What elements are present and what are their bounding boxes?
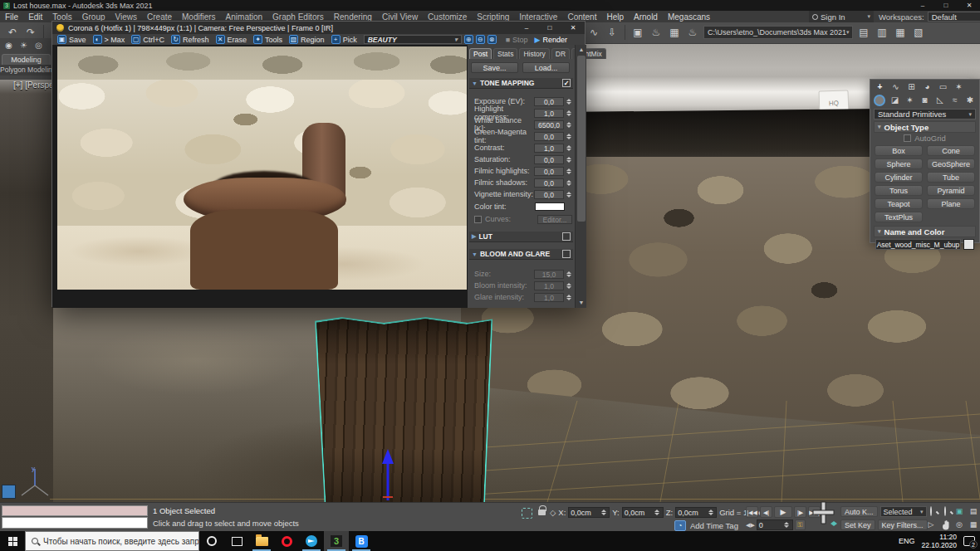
- tab-post[interactable]: Post: [469, 48, 492, 59]
- hierarchy-tab-icon[interactable]: ⊞: [905, 81, 918, 93]
- isolate-selection-toggle[interactable]: [522, 508, 532, 519]
- sign-in-dropdown[interactable]: Sign In ▾: [809, 11, 874, 22]
- maxscript-macro-recorder[interactable]: [2, 505, 148, 516]
- scene-lights-icon[interactable]: ◉: [2, 40, 15, 51]
- spinner[interactable]: [565, 155, 572, 164]
- play-button[interactable]: ▶: [774, 506, 792, 518]
- close-button[interactable]: ✕: [958, 0, 980, 11]
- menu-item-views[interactable]: Views: [110, 12, 143, 22]
- menu-item-interactive[interactable]: Interactive: [514, 12, 562, 22]
- previous-frame-button[interactable]: ◀|: [760, 506, 772, 518]
- minimize-button[interactable]: –: [912, 0, 933, 11]
- bloom-size-input[interactable]: 15,0: [534, 270, 564, 279]
- menu-item-edit[interactable]: Edit: [23, 12, 47, 22]
- contrast-input[interactable]: 1,0: [534, 144, 564, 153]
- key-filters-button[interactable]: Key Filters...: [878, 519, 928, 530]
- primitive-category-dropdown[interactable]: Standard Primitives ▾: [874, 109, 976, 119]
- scrollbar-thumb[interactable]: [577, 56, 586, 222]
- auto-key-button[interactable]: Auto K...: [840, 506, 878, 517]
- absolute-mode-icon[interactable]: ◇: [550, 508, 556, 517]
- menu-item-megascans[interactable]: Megascans: [663, 12, 715, 22]
- menu-item-file[interactable]: File: [0, 12, 23, 22]
- menu-item-arnold[interactable]: Arnold: [629, 12, 663, 22]
- export-asset-icon[interactable]: ▥: [875, 25, 889, 40]
- ribbon-tab-modeling[interactable]: Modeling: [2, 54, 51, 65]
- corona-panel-scrollbar[interactable]: ▲ ▼: [575, 45, 586, 308]
- camera-icon[interactable]: ◎: [32, 40, 45, 51]
- sphere-button[interactable]: Sphere: [875, 158, 923, 169]
- display-tab-icon[interactable]: ▭: [937, 81, 949, 93]
- menu-item-animation[interactable]: Animation: [221, 12, 267, 22]
- zoom-region-icon[interactable]: ▤: [967, 505, 980, 518]
- key-icon[interactable]: ⚿: [795, 519, 806, 530]
- spinner[interactable]: [565, 281, 572, 290]
- z-coordinate-input[interactable]: 0,0cm: [675, 507, 717, 518]
- import-asset-icon[interactable]: ▤: [856, 25, 871, 40]
- menu-item-scripting[interactable]: Scripting: [472, 12, 514, 22]
- asset-tracking-icon[interactable]: ▧: [911, 25, 926, 40]
- menu-item-content[interactable]: Content: [562, 12, 601, 22]
- corona-maximize-button[interactable]: □: [538, 22, 561, 34]
- corona-refresh-button[interactable]: ↻ Refresh: [171, 35, 209, 44]
- spinner[interactable]: [565, 97, 572, 106]
- cylinder-button[interactable]: Cylinder: [875, 172, 923, 183]
- asset-library-icon[interactable]: ▦: [893, 25, 908, 40]
- menu-item-create[interactable]: Create: [142, 12, 177, 22]
- autogrid-checkbox[interactable]: [904, 134, 911, 142]
- glare-intensity-input[interactable]: 1,0: [534, 293, 564, 302]
- x-coordinate-input[interactable]: 0,0cm: [568, 507, 610, 518]
- notifications-button[interactable]: 2: [963, 536, 975, 546]
- zoom-reset-icon[interactable]: ⊗: [488, 35, 497, 44]
- spinner[interactable]: [565, 167, 572, 176]
- viewport-layout-tab[interactable]: [2, 485, 16, 499]
- highlight-compress-input[interactable]: 1,0: [534, 109, 564, 118]
- spinner[interactable]: [565, 270, 572, 279]
- zoom-icon[interactable]: [924, 505, 938, 518]
- modify-tab-icon[interactable]: ∿: [889, 81, 902, 93]
- exposure-input[interactable]: 0,0: [534, 97, 564, 106]
- sun-positioner-icon[interactable]: ☀: [17, 40, 30, 51]
- textplus-button[interactable]: TextPlus: [875, 212, 923, 222]
- green-magenta-input[interactable]: 0,0: [534, 132, 564, 141]
- tab-dr[interactable]: DR: [551, 48, 570, 59]
- curve-editor-icon[interactable]: ∿: [586, 25, 601, 40]
- key-selection-dropdown[interactable]: Selected ▾: [880, 506, 927, 517]
- tube-button[interactable]: Tube: [927, 172, 975, 183]
- motion-tab-icon[interactable]: ◕: [921, 81, 933, 93]
- spinner[interactable]: [565, 109, 572, 118]
- blue-b-app-button[interactable]: B: [349, 531, 374, 551]
- color-tint-swatch[interactable]: [535, 202, 565, 211]
- tone-mapping-checkbox[interactable]: ✓: [562, 79, 571, 87]
- geosphere-button[interactable]: GeoSphere: [927, 158, 975, 169]
- spinner[interactable]: [565, 132, 572, 141]
- torus-button[interactable]: Torus: [875, 185, 923, 196]
- orbit-icon[interactable]: ◎: [953, 519, 966, 531]
- corona-minimize-button[interactable]: –: [515, 22, 538, 34]
- taskbar-search-input[interactable]: Чтобы начать поиск, введите здесь запрос: [25, 531, 199, 551]
- zoom-in-icon[interactable]: ⊕: [464, 35, 473, 44]
- lut-header[interactable]: ▶ LUT: [469, 232, 573, 242]
- name-and-color-rollout[interactable]: ▾ Name and Color: [874, 226, 976, 237]
- move-gizmo-z-axis[interactable]: [378, 449, 398, 502]
- add-time-tag[interactable]: ◔ Add Time Tag: [674, 520, 738, 531]
- spinner[interactable]: [565, 293, 572, 302]
- systems-category-icon[interactable]: ✱: [964, 95, 976, 106]
- 3dsmax-taskbar-button[interactable]: 3: [324, 531, 349, 551]
- tone-mapping-header[interactable]: ▼ TONE MAPPING ✓: [469, 78, 573, 89]
- language-indicator[interactable]: ENG: [899, 537, 915, 545]
- selection-lock-icon[interactable]: [538, 510, 546, 515]
- menu-item-modifiers[interactable]: Modifiers: [177, 12, 221, 22]
- spacewarps-category-icon[interactable]: ≈: [949, 95, 961, 106]
- corona-save-button[interactable]: ▣ Save: [57, 35, 86, 44]
- maxscript-mini-listener[interactable]: [2, 517, 148, 529]
- selected-bucket-object[interactable]: [307, 315, 498, 502]
- set-key-button[interactable]: Set Key: [840, 519, 875, 530]
- y-coordinate-input[interactable]: 0,0cm: [622, 507, 664, 518]
- curves-checkbox[interactable]: [474, 216, 482, 223]
- curves-editor-button[interactable]: Editor...: [537, 215, 572, 224]
- tab-history[interactable]: History: [519, 48, 549, 59]
- render-setup-icon[interactable]: ♨: [649, 25, 664, 40]
- zoom-extents-icon[interactable]: ▣: [953, 505, 966, 518]
- spinner[interactable]: [565, 120, 572, 129]
- bloom-intensity-input[interactable]: 1,0: [534, 281, 564, 290]
